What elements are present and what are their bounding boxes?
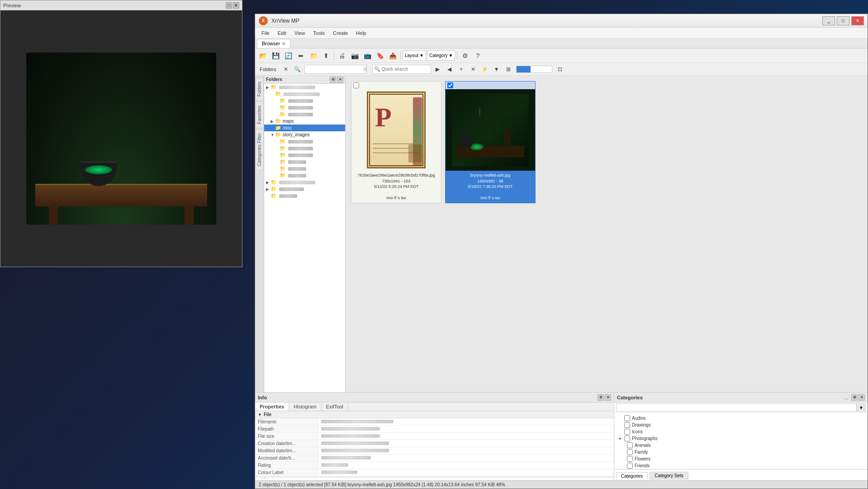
- tab-properties[interactable]: Properties: [255, 403, 289, 411]
- thumb-check-1[interactable]: [351, 82, 441, 89]
- toolbar-open-btn[interactable]: 📂: [257, 50, 269, 61]
- cat-item-friends[interactable]: Friends: [616, 462, 866, 469]
- thumb-item-1[interactable]: P 761be2aee296e1aece29b38cbd170f8a.jpg 7…: [351, 81, 441, 203]
- toolbar-folder-btn[interactable]: 📁: [308, 50, 319, 61]
- toolbar-refresh-btn[interactable]: 🔄: [282, 50, 294, 61]
- cat-item-animals[interactable]: Animals: [616, 442, 866, 449]
- menu-create[interactable]: Create: [329, 29, 351, 37]
- cat-check-drawings[interactable]: [624, 422, 630, 428]
- layout-dropdown[interactable]: Layout ▼: [403, 51, 426, 61]
- categories-close-btn[interactable]: ✕: [859, 394, 865, 401]
- tree-item[interactable]: 📁: [264, 152, 345, 158]
- cat-item-icons[interactable]: Icons: [616, 428, 866, 435]
- category-sets-tab-btn[interactable]: Category Sets: [650, 472, 688, 479]
- tab-browser[interactable]: Browser ✕: [257, 39, 290, 48]
- toolbar2-filter-btn[interactable]: ⚡: [480, 65, 490, 74]
- cat-check-friends[interactable]: [627, 463, 633, 469]
- categories-search-input[interactable]: [616, 403, 857, 412]
- categories-add-btn[interactable]: ▼: [857, 403, 866, 412]
- close-button[interactable]: ✕: [851, 16, 864, 25]
- categories-more-btn[interactable]: ...: [844, 395, 849, 400]
- tree-item[interactable]: 📁: [264, 138, 345, 145]
- tree-item[interactable]: ▶ 📁: [264, 179, 345, 186]
- prop-section-file[interactable]: ▼ File: [255, 411, 614, 418]
- tree-item[interactable]: 📁: [264, 111, 345, 118]
- tree-item-story-images[interactable]: ▼ 📁 story_images: [264, 131, 345, 138]
- maximize-button[interactable]: □: [837, 16, 849, 25]
- toolbar2-close-btn[interactable]: ✕: [281, 65, 291, 74]
- cat-check-icons[interactable]: [624, 429, 630, 435]
- toolbar-camera-btn[interactable]: 📷: [349, 50, 360, 61]
- tree-item[interactable]: 📁: [264, 91, 345, 97]
- folder-path-input[interactable]: [304, 65, 366, 74]
- cat-item-flowers[interactable]: Flowers: [616, 455, 866, 462]
- side-tab-folders[interactable]: Folders: [256, 77, 264, 101]
- preview-controls[interactable]: □ ✕: [226, 2, 239, 9]
- menu-view[interactable]: View: [291, 29, 309, 37]
- minimize-button[interactable]: ⎯: [822, 16, 835, 25]
- folder-panel-settings-btn[interactable]: ⚙: [330, 77, 336, 83]
- search-input[interactable]: [372, 65, 431, 74]
- folder-panel-close-btn[interactable]: ✕: [337, 77, 343, 83]
- cat-item-drawings[interactable]: Drawings: [616, 422, 866, 428]
- toolbar-bookmark-btn[interactable]: 🔖: [374, 50, 386, 61]
- toolbar-screen-btn[interactable]: 📺: [361, 50, 373, 61]
- toolbar2-grid-icon[interactable]: ⊞: [503, 65, 513, 74]
- tree-item[interactable]: 📁: [264, 192, 345, 199]
- preview-close-btn[interactable]: ✕: [233, 2, 239, 9]
- tree-item[interactable]: 📁: [264, 145, 345, 152]
- tree-item[interactable]: ▶ 📁: [264, 186, 345, 192]
- toolbar-export-btn[interactable]: 📤: [387, 50, 398, 61]
- tab-histogram[interactable]: Histogram: [289, 403, 321, 411]
- thumb-item-2[interactable]: bryony-mellett-ash.jpg 1450x982 - 98 5/1…: [445, 81, 536, 203]
- toolbar-save-btn[interactable]: 💾: [270, 50, 281, 61]
- info-close-btn[interactable]: ✕: [605, 394, 611, 401]
- tree-item-maps[interactable]: ▶ 📁 maps: [264, 118, 345, 125]
- toolbar-print-btn[interactable]: 🖨: [336, 50, 348, 61]
- toolbar2-add-btn[interactable]: +: [456, 65, 466, 74]
- toolbar2-funnel-icon[interactable]: ▼: [492, 65, 502, 74]
- menu-tools[interactable]: Tools: [309, 29, 328, 37]
- categories-settings-btn[interactable]: ⚙: [851, 394, 858, 401]
- toolbar2-back-btn[interactable]: ◀: [445, 65, 455, 74]
- toolbar2-delete-btn[interactable]: ✕: [468, 65, 478, 74]
- tab-close-icon[interactable]: ✕: [282, 41, 285, 46]
- cat-check-audios[interactable]: [624, 415, 630, 421]
- tab-exiftool[interactable]: ExifTool: [322, 403, 349, 411]
- category-dropdown[interactable]: Category ▼: [427, 51, 455, 61]
- toolbar-help-btn[interactable]: ?: [472, 50, 484, 61]
- title-controls[interactable]: ⎯ □ ✕: [822, 16, 864, 25]
- cat-check-photographs[interactable]: [624, 436, 630, 441]
- preview-minimize-btn[interactable]: □: [226, 2, 232, 9]
- toolbar-up-btn[interactable]: ⬆: [320, 50, 332, 61]
- cat-item-photographs[interactable]: ▼ Photographs: [616, 435, 866, 442]
- toolbar2-zoom-btn[interactable]: ⊡: [555, 65, 565, 74]
- side-tab-categories-filter[interactable]: Categories Filter: [256, 129, 264, 170]
- categories-tab-btn[interactable]: Categories: [616, 472, 648, 479]
- prop-section-image[interactable]: ▼ Image: [255, 476, 614, 478]
- tree-item-misc[interactable]: 📁 misc: [264, 125, 345, 131]
- cat-check-family[interactable]: [627, 449, 633, 455]
- cat-check-flowers[interactable]: [627, 456, 633, 462]
- menu-help[interactable]: Help: [352, 29, 370, 37]
- tree-item[interactable]: 📁: [264, 165, 345, 172]
- toolbar2-go-btn[interactable]: ▶: [433, 65, 443, 74]
- tree-item[interactable]: 📁: [264, 172, 345, 179]
- thumbnails-panel[interactable]: P 761be2aee296e1aece29b38cbd170f8a.jpg 7…: [346, 76, 868, 392]
- cat-item-audios[interactable]: Audios: [616, 415, 866, 422]
- cat-item-family[interactable]: Family: [616, 449, 866, 455]
- tree-item[interactable]: 📁: [264, 158, 345, 165]
- tree-item[interactable]: 📁: [264, 104, 345, 111]
- toolbar-back-btn[interactable]: ⬅: [295, 50, 307, 61]
- thumb-checkbox-1[interactable]: [353, 82, 359, 88]
- menu-file[interactable]: File: [258, 29, 273, 37]
- thumb-checkbox-2[interactable]: [447, 82, 453, 88]
- info-settings-btn[interactable]: ⚙: [598, 394, 604, 401]
- toolbar2-star-btn[interactable]: ☆: [360, 65, 370, 74]
- side-tab-favorites[interactable]: Favorites: [256, 101, 264, 128]
- toolbar-settings-btn[interactable]: ⚙: [459, 50, 471, 61]
- cat-check-animals[interactable]: [627, 442, 633, 448]
- toolbar2-nav-btn[interactable]: 🔍: [293, 65, 303, 74]
- tree-item[interactable]: 📁: [264, 97, 345, 104]
- menu-edit[interactable]: Edit: [274, 29, 290, 37]
